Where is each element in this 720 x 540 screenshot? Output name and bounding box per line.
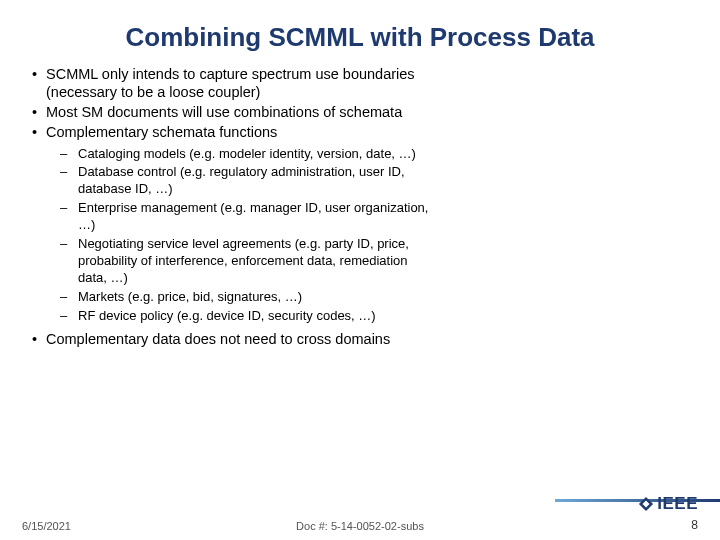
list-item: Markets (e.g. price, bid, signatures, …) bbox=[30, 289, 430, 306]
list-item: Complementary data does not need to cros… bbox=[30, 330, 430, 348]
list-item: Most SM documents will use combinations … bbox=[30, 103, 430, 121]
logo-text: IEEE bbox=[657, 494, 698, 514]
list-item: RF device policy (e.g. device ID, securi… bbox=[30, 308, 430, 325]
footer-docnum: Doc #: 5-14-0052-02-subs bbox=[247, 520, 472, 532]
list-item: Cataloging models (e.g. modeler identity… bbox=[30, 146, 430, 163]
sub-list: Cataloging models (e.g. modeler identity… bbox=[30, 146, 690, 325]
list-item: SCMML only intends to capture spectrum u… bbox=[30, 65, 430, 101]
content-area: SCMML only intends to capture spectrum u… bbox=[0, 65, 720, 349]
list-item: Enterprise management (e.g. manager ID, … bbox=[30, 200, 430, 234]
page-title: Combining SCMML with Process Data bbox=[0, 0, 720, 65]
diamond-icon bbox=[637, 495, 655, 513]
ieee-logo: IEEE bbox=[637, 494, 698, 514]
footer-page: 8 bbox=[473, 518, 698, 532]
footer: 6/15/2021 Doc #: 5-14-0052-02-subs 8 bbox=[0, 518, 720, 532]
footer-date: 6/15/2021 bbox=[22, 520, 247, 532]
list-item: Negotiating service level agreements (e.… bbox=[30, 236, 430, 287]
list-item: Complementary schemata functions bbox=[30, 123, 430, 141]
list-item: Database control (e.g. regulatory admini… bbox=[30, 164, 430, 198]
